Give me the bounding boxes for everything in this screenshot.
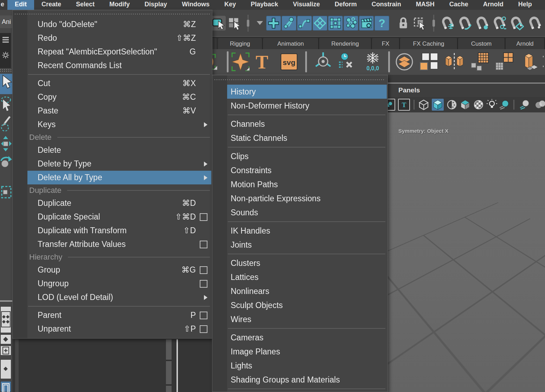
statusline-divider-2[interactable] — [433, 15, 434, 32]
text-hud-icon[interactable]: T — [398, 99, 410, 111]
clapperboard-icon[interactable] — [359, 16, 374, 31]
edit-menu-item-undo-dodelete[interactable]: Undo "doDelete"⌘Z — [13, 18, 212, 31]
panels-menu[interactable]: Panels — [398, 84, 420, 97]
menu-constrain[interactable]: Constrain — [364, 0, 409, 10]
rotate-tool[interactable] — [0, 154, 12, 172]
lattice-icon[interactable] — [313, 16, 327, 31]
shelf-tab-arnold[interactable]: Arnold — [506, 38, 545, 50]
edit-menu-item-repeat-alembicexportselection[interactable]: Repeat "AlembicExportSelection"G — [13, 45, 212, 59]
gizmo-icon[interactable] — [314, 52, 332, 72]
menu-windows[interactable]: Windows — [174, 0, 217, 10]
combine-icon[interactable] — [395, 52, 414, 72]
menu-modify[interactable]: Modify — [102, 0, 137, 10]
shelf-menu-icon[interactable] — [2, 36, 9, 44]
delete-submenu-item-clusters[interactable]: Clusters — [212, 256, 387, 270]
checker-sphere-icon[interactable] — [473, 99, 485, 111]
shaded-cube-icon[interactable] — [432, 99, 444, 111]
delete-submenu-item-static-channels[interactable]: Static Channels — [212, 131, 387, 145]
ik-handle-icon[interactable] — [282, 16, 296, 31]
select-by-component-icon[interactable] — [227, 16, 242, 31]
snap-curve-icon[interactable] — [457, 16, 472, 31]
snap-projected-center-icon[interactable] — [492, 16, 507, 31]
select-by-hierarchy-icon[interactable] — [211, 16, 226, 31]
snap-point-icon[interactable] — [475, 16, 489, 31]
edit-menu-item-parent[interactable]: ParentP — [13, 308, 212, 322]
add-layout-button[interactable] — [0, 346, 11, 355]
menu-mash[interactable]: MASH — [409, 0, 442, 10]
menu-display[interactable]: Display — [137, 0, 174, 10]
quad-faces-icon[interactable] — [419, 52, 439, 72]
wireframe-cube-icon[interactable] — [418, 99, 430, 111]
edit-menu-item-delete-by-type[interactable]: Delete by Type — [13, 157, 212, 171]
marquee-select-icon[interactable] — [412, 16, 427, 31]
menu-tearoff[interactable] — [15, 13, 210, 15]
delete-submenu-item-nonlinears[interactable]: Nonlinears — [212, 284, 387, 298]
menu-visualize[interactable]: Visualize — [286, 0, 327, 10]
shelf-tab-fx[interactable]: FX — [372, 38, 400, 50]
help-icon[interactable]: ? — [374, 16, 389, 31]
active-layout-button[interactable] — [0, 381, 11, 392]
shelf-tab-rendering[interactable]: Rendering — [319, 38, 372, 50]
default-material-icon[interactable] — [519, 99, 531, 111]
plus-create-icon[interactable] — [266, 16, 281, 31]
scale-tool[interactable] — [0, 184, 12, 202]
delete-submenu-item-motion-paths[interactable]: Motion Paths — [212, 177, 387, 191]
shelf-tab-animation[interactable]: Animation — [263, 38, 319, 50]
textured-cube-icon[interactable] — [459, 99, 471, 111]
shelf-icon-partial[interactable] — [543, 52, 545, 72]
menu-edit[interactable]: Edit — [7, 0, 34, 10]
edit-menu-item-group[interactable]: Group⌘G — [13, 263, 212, 277]
lock-icon[interactable] — [396, 16, 411, 31]
particles-icon[interactable] — [344, 16, 358, 31]
move-tool[interactable] — [0, 135, 12, 153]
delete-submenu-item-history[interactable]: History — [212, 85, 387, 99]
edit-menu-optionbox-ungroup[interactable] — [200, 280, 207, 288]
edit-menu-item-ungroup[interactable]: Ungroup — [13, 277, 212, 290]
delete-submenu-item-clips[interactable]: Clips — [212, 149, 387, 163]
popup-arrow-icon[interactable] — [257, 21, 263, 25]
menu-create[interactable]: Create — [34, 0, 69, 10]
edit-menu-item-cut[interactable]: Cut⌘X — [13, 77, 212, 90]
curve-cv-icon[interactable] — [297, 16, 312, 31]
edit-menu-item-duplicate-special[interactable]: Duplicate Special⇧⌘D — [13, 210, 212, 224]
subdivide-icon[interactable] — [494, 52, 514, 72]
snap-view-plane-icon[interactable] — [509, 16, 524, 31]
delete-submenu-item-non-particle-expressions[interactable]: Non-particle Expressions — [212, 191, 387, 205]
menu-select[interactable]: Select — [69, 0, 102, 10]
edit-menu-optionbox-parent[interactable] — [200, 312, 207, 319]
edit-menu-optionbox-group[interactable] — [200, 266, 207, 274]
edit-menu-item-keys[interactable]: Keys — [13, 118, 212, 131]
edit-menu-item-delete-all-by-type[interactable]: Delete All by Type — [13, 171, 212, 184]
menu-set-selector[interactable]: Ani — [0, 15, 12, 28]
single-view-layout-button[interactable] — [0, 334, 11, 344]
delete-submenu-item-joints[interactable]: Joints — [212, 238, 387, 252]
edit-menu-item-paste[interactable]: Paste⌘V — [13, 104, 212, 118]
smooth-mesh-icon[interactable] — [470, 52, 489, 72]
menu-playback[interactable]: Playback — [243, 0, 286, 10]
menu-help[interactable]: Help — [511, 0, 539, 10]
delete-submenu-item-lights[interactable]: Lights — [212, 359, 387, 373]
delete-submenu-item-lattices[interactable]: Lattices — [212, 270, 387, 284]
edit-menu-item-copy[interactable]: Copy⌘C — [13, 90, 212, 104]
lights-icon[interactable] — [486, 99, 498, 111]
select-tool[interactable] — [0, 74, 12, 94]
edit-menu-optionbox-transfer-attribute-values[interactable] — [200, 241, 207, 248]
textured-sphere-icon[interactable] — [446, 99, 458, 111]
shelf-tab-rigging[interactable]: Rigging — [218, 38, 263, 50]
menu-arnold[interactable]: Arnold — [476, 0, 511, 10]
edit-menu-item-delete[interactable]: Delete — [13, 143, 212, 157]
edit-menu-optionbox-duplicate-special[interactable] — [200, 213, 207, 221]
shelf-tab-custom[interactable]: Custom — [458, 38, 505, 50]
edit-menu-item-lod-level-of-detail[interactable]: LOD (Level of Detail) — [13, 290, 212, 304]
delete-submenu-item-cameras[interactable]: Cameras — [212, 331, 387, 345]
delete-submenu-item-channels[interactable]: Channels — [212, 117, 387, 131]
delete-submenu-item-wires[interactable]: Wires — [212, 312, 387, 326]
menu-deform[interactable]: Deform — [327, 0, 364, 10]
edit-menu-item-transfer-attribute-values[interactable]: Transfer Attribute Values — [13, 237, 212, 251]
menu-cache[interactable]: Cache — [442, 0, 476, 10]
statusline-divider[interactable] — [248, 15, 249, 32]
delete-submenu-item-ik-handles[interactable]: IK Handles — [212, 224, 387, 238]
delete-submenu-item-shading-groups-and-materials[interactable]: Shading Groups and Materials — [212, 373, 387, 387]
edit-menu-item-redo[interactable]: Redo⇧⌘Z — [13, 31, 212, 45]
frame-corners-icon[interactable] — [328, 16, 343, 31]
